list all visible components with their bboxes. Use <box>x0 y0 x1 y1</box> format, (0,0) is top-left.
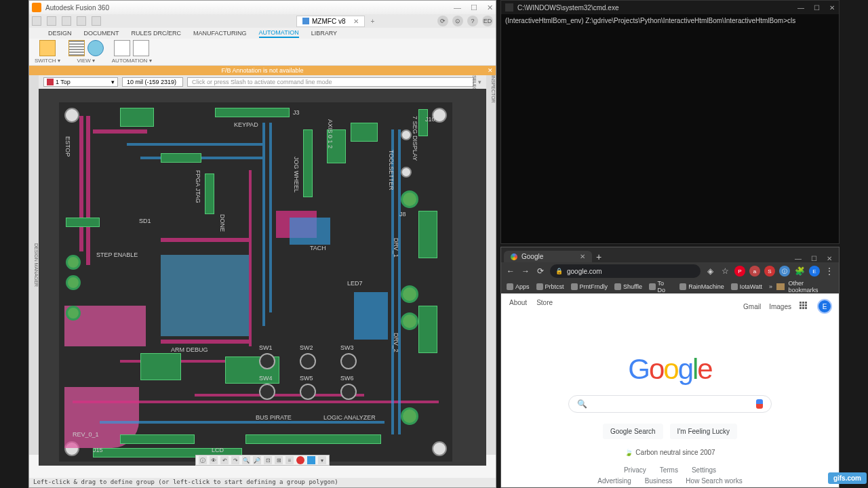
new-tab-button[interactable]: + <box>596 251 601 262</box>
view-info-icon[interactable] <box>87 40 104 56</box>
tab-design[interactable]: DESIGN <box>48 30 72 37</box>
bookmark-item[interactable]: Prbtcst <box>536 283 564 290</box>
bookmark-item[interactable]: Shuffle <box>614 283 642 290</box>
dropdown-tool-icon[interactable]: ▾ <box>318 456 326 464</box>
help-icon[interactable]: ? <box>467 16 478 26</box>
cmd-dropdown-icon[interactable]: ▾ <box>478 79 481 85</box>
command-input[interactable]: Click or press Slash to activate command… <box>187 77 474 87</box>
minimize-button[interactable]: — <box>797 4 804 12</box>
select-tool-icon[interactable] <box>307 456 315 464</box>
bookmark-item[interactable]: RainMachine <box>679 283 724 290</box>
layers-icon[interactable]: ≡ <box>285 456 294 464</box>
bookmark-apps[interactable]: Apps <box>507 283 530 290</box>
tab-document[interactable]: DOCUMENT <box>84 30 119 37</box>
design-manager-panel[interactable]: DESIGN MANAGER <box>29 75 39 455</box>
info-tool-icon[interactable]: ⓘ <box>199 456 207 464</box>
settings-link[interactable]: Settings <box>692 466 716 474</box>
automation-script-icon[interactable] <box>133 40 149 56</box>
address-bar[interactable]: 🔒 google.com <box>550 264 701 278</box>
ext-icon-s[interactable]: S <box>764 266 775 277</box>
redo-tool-icon[interactable]: ↷ <box>231 456 239 464</box>
terms-link[interactable]: Terms <box>660 466 678 474</box>
close-warning-icon[interactable]: ✕ <box>488 67 493 74</box>
grid-toggle-icon[interactable]: ⊞ <box>275 456 283 464</box>
tab-automation[interactable]: AUTOMATION <box>259 29 299 38</box>
stop-tool-icon[interactable] <box>296 456 304 464</box>
bookmark-item[interactable]: To Do <box>649 280 673 293</box>
menu-icon[interactable]: ⋮ <box>824 266 835 277</box>
bookmark-item[interactable]: PrntFrndly <box>571 283 608 290</box>
cmd-terminal-body[interactable]: (InteractiveHtmlBom_env) Z:\gdrive\Proje… <box>501 14 839 27</box>
maximize-button[interactable]: ☐ <box>471 3 477 12</box>
minimize-button[interactable]: — <box>795 255 802 262</box>
switch-label[interactable]: SWITCH ▾ <box>35 58 60 64</box>
file-icon[interactable] <box>47 16 56 26</box>
store-link[interactable]: Store <box>536 299 553 314</box>
inspector-panel[interactable]: INSPECTOR SELECTION FILTER <box>486 75 496 455</box>
images-link[interactable]: Images <box>769 303 791 310</box>
carbon-neutral-text[interactable]: 🍃 Carbon neutral since 2007 <box>625 449 715 456</box>
fit-icon[interactable]: ⊡ <box>264 456 272 464</box>
bookmark-item[interactable]: IotaWatt <box>731 283 762 290</box>
tab-manufacturing[interactable]: MANUFACTURING <box>193 30 247 37</box>
minimize-button[interactable]: — <box>454 3 461 12</box>
refresh-icon[interactable]: ⟳ <box>437 16 448 26</box>
pcb-canvas[interactable]: KEYPAD ESTOP FPGA JTAG JOG WHEEL TOOLSET… <box>39 89 486 466</box>
maximize-button[interactable]: ☐ <box>811 255 817 262</box>
other-bookmarks[interactable]: Other bookmarks <box>789 280 833 293</box>
close-button[interactable]: ✕ <box>829 4 835 12</box>
document-tab[interactable]: MZMFC v8 ✕ <box>296 16 365 27</box>
mounting-hole <box>401 167 412 178</box>
notifications-icon[interactable]: ⊙ <box>452 16 463 26</box>
view-grid-icon[interactable] <box>68 40 85 56</box>
how-search-works-link[interactable]: How Search works <box>686 477 742 485</box>
zoom-out-icon[interactable]: 🔎 <box>253 456 261 464</box>
save-icon[interactable] <box>62 16 71 26</box>
undo-tool-icon[interactable]: ↶ <box>220 456 229 464</box>
ext-icon-a[interactable]: a <box>749 266 760 277</box>
star-icon[interactable]: ☆ <box>719 266 730 277</box>
view-label[interactable]: VIEW ▾ <box>77 58 95 64</box>
tab-library[interactable]: LIBRARY <box>311 30 337 37</box>
eye-tool-icon[interactable]: 👁 <box>210 456 218 464</box>
layer-selector[interactable]: 1 Top ▾ <box>43 77 118 87</box>
privacy-link[interactable]: Privacy <box>624 466 646 474</box>
mic-icon[interactable] <box>756 399 763 409</box>
about-link[interactable]: About <box>509 299 527 314</box>
close-tab-icon[interactable]: ✕ <box>580 253 585 260</box>
google-apps-icon[interactable] <box>800 302 809 311</box>
close-button[interactable]: ✕ <box>487 3 493 12</box>
silk-step: STEP ENABLE <box>96 251 138 258</box>
close-tab-icon[interactable]: ✕ <box>353 18 359 25</box>
advertising-link[interactable]: Advertising <box>597 477 631 485</box>
forward-button[interactable]: → <box>520 266 531 277</box>
google-search-box[interactable]: 🔍 <box>568 395 772 413</box>
profile-avatar[interactable]: E <box>809 266 820 277</box>
add-tab-button[interactable]: + <box>370 18 374 25</box>
browser-tab[interactable]: Google ✕ <box>504 251 592 262</box>
close-button[interactable]: ✕ <box>827 255 832 262</box>
tab-rules[interactable]: RULES DRC/ERC <box>132 30 182 37</box>
feeling-lucky-button[interactable]: I'm Feeling Lucky <box>670 424 738 439</box>
location-icon[interactable]: ◈ <box>705 266 715 277</box>
via <box>401 312 418 330</box>
redo-icon[interactable] <box>92 16 101 26</box>
zoom-in-icon[interactable]: 🔍 <box>242 456 250 464</box>
undo-icon[interactable] <box>77 16 86 26</box>
business-link[interactable]: Business <box>645 477 673 485</box>
bookmark-overflow-icon[interactable]: » <box>769 283 772 290</box>
gmail-link[interactable]: Gmail <box>743 303 761 310</box>
switch-tool-icon[interactable] <box>39 40 56 56</box>
extensions-icon[interactable]: 🧩 <box>794 266 805 277</box>
reload-button[interactable]: ⟳ <box>535 266 546 277</box>
pinterest-ext-icon[interactable]: P <box>734 266 745 277</box>
automation-label[interactable]: AUTOMATION ▾ <box>112 58 152 64</box>
automation-run-icon[interactable] <box>114 40 130 56</box>
ext-icon-i[interactable]: ⓘ <box>779 266 790 277</box>
google-account-avatar[interactable]: E <box>817 299 832 314</box>
google-search-button[interactable]: Google Search <box>603 424 663 439</box>
grid-icon[interactable] <box>32 16 41 26</box>
back-button[interactable]: ← <box>505 266 516 277</box>
mounting-hole <box>432 441 447 456</box>
maximize-button[interactable]: ☐ <box>814 4 820 12</box>
